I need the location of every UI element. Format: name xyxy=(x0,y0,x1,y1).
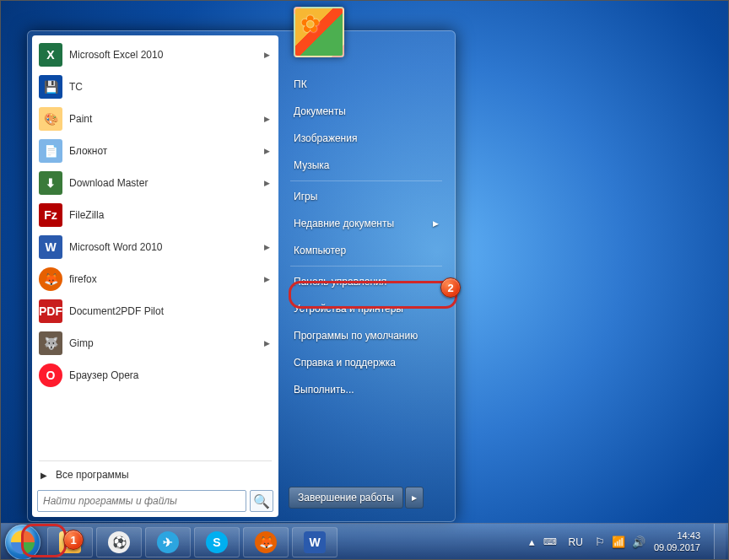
right-item-label: Изображения xyxy=(294,132,357,144)
right-item-label: Компьютер xyxy=(294,245,346,256)
program-item-note[interactable]: 📄Блокнот▶ xyxy=(34,135,277,167)
search-icon: 🔍 xyxy=(253,493,270,509)
arrow-right-icon: ▶ xyxy=(40,471,47,480)
program-label: Браузер Opera xyxy=(69,369,139,381)
program-label: Download Master xyxy=(69,177,148,189)
right-item-7[interactable]: Компьютер xyxy=(285,237,447,264)
divider xyxy=(39,460,272,461)
right-item-label: Справка и поддержка xyxy=(294,357,396,369)
right-item-label: Устройства и принтеры xyxy=(294,303,403,315)
right-item-label: Программы по умолчанию xyxy=(294,330,418,342)
chevron-right-icon: ▶ xyxy=(264,275,270,283)
program-label: Document2PDF Pilot xyxy=(69,305,164,317)
clock-time: 14:43 xyxy=(654,530,700,541)
dm-icon: ⬇ xyxy=(39,171,62,195)
chevron-right-icon: ▶ xyxy=(264,115,270,123)
annotation-badge-1: 1 xyxy=(63,530,84,550)
show-desktop-button[interactable] xyxy=(714,524,726,561)
clock-date: 09.09.2017 xyxy=(654,542,700,553)
tray-expand-icon[interactable]: ▴ xyxy=(529,536,535,548)
program-label: Gimp xyxy=(69,337,94,349)
search-box[interactable] xyxy=(37,490,246,512)
program-label: FileZilla xyxy=(69,209,104,221)
right-item-label: Выполнить... xyxy=(294,384,354,396)
right-item-2[interactable]: Изображения xyxy=(285,125,447,152)
system-tray: ▴ ⌨ RU ⚐ 📶 🔊 14:43 09.09.2017 xyxy=(529,524,729,561)
taskbar-telegram[interactable]: ✈ xyxy=(145,527,191,557)
taskbar-clock[interactable]: 14:43 09.09.2017 xyxy=(654,530,705,552)
right-item-label: Игры xyxy=(294,191,317,202)
taskbar-soccer-app[interactable]: ⚽ xyxy=(96,527,142,557)
right-item-label: Недавние документы xyxy=(294,218,394,229)
shutdown-button[interactable]: Завершение работы xyxy=(289,487,403,509)
program-label: Блокнот xyxy=(69,145,107,157)
gimp-icon: 🐺 xyxy=(39,331,62,355)
all-programs-button[interactable]: ▶ Все программы xyxy=(34,463,277,487)
program-label: Microsoft Excel 2010 xyxy=(69,49,163,61)
program-label: firefox xyxy=(69,273,97,285)
start-menu: XMicrosoft Excel 2010▶💾TC🎨Paint▶📄Блокнот… xyxy=(27,30,456,522)
right-item-label: Музыка xyxy=(294,159,329,171)
opera-icon: O xyxy=(39,363,62,387)
divider xyxy=(290,266,442,267)
search-button[interactable]: 🔍 xyxy=(250,490,273,512)
program-item-ff[interactable]: 🦊firefox▶ xyxy=(34,263,277,295)
start-button[interactable] xyxy=(5,525,40,560)
program-item-paint[interactable]: 🎨Paint▶ xyxy=(34,103,277,135)
right-item-11[interactable]: Программы по умолчанию xyxy=(285,322,447,349)
divider xyxy=(290,180,442,181)
tc-icon: 💾 xyxy=(39,75,62,99)
excel-icon: X xyxy=(39,43,62,67)
volume-icon[interactable]: 🔊 xyxy=(632,536,645,548)
program-label: Paint xyxy=(69,113,92,125)
search-input[interactable] xyxy=(38,495,246,507)
right-item-5[interactable]: Игры xyxy=(285,183,447,210)
program-item-dm[interactable]: ⬇Download Master▶ xyxy=(34,167,277,199)
chevron-right-icon: ▸ xyxy=(412,492,417,503)
all-programs-label: Все программы xyxy=(56,469,129,481)
right-item-label: Документы xyxy=(294,105,346,117)
note-icon: 📄 xyxy=(39,139,62,163)
right-item-1[interactable]: Документы xyxy=(285,98,447,125)
program-label: Microsoft Word 2010 xyxy=(69,241,163,253)
program-item-opera[interactable]: OБраузер Opera xyxy=(34,359,277,391)
right-item-9[interactable]: Панель управления xyxy=(285,268,447,295)
firefox-icon: 🦊 xyxy=(255,531,277,553)
program-item-fz[interactable]: FzFileZilla xyxy=(34,199,277,231)
chevron-right-icon: ▶ xyxy=(264,179,270,187)
pdf-icon: PDF xyxy=(39,299,62,323)
shutdown-options-button[interactable]: ▸ xyxy=(405,487,424,509)
paint-icon: 🎨 xyxy=(39,107,62,131)
right-item-10[interactable]: Устройства и принтеры xyxy=(285,295,447,322)
flag-icon[interactable]: ⚐ xyxy=(595,536,605,548)
taskbar-word[interactable]: W xyxy=(292,527,338,557)
chevron-right-icon: ▶ xyxy=(264,147,270,155)
program-item-pdf[interactable]: PDFDocument2PDF Pilot xyxy=(34,295,277,327)
program-item-tc[interactable]: 💾TC xyxy=(34,71,277,103)
taskbar-firefox[interactable]: 🦊 xyxy=(243,527,289,557)
program-item-word[interactable]: WMicrosoft Word 2010▶ xyxy=(34,231,277,263)
right-item-12[interactable]: Справка и поддержка xyxy=(285,349,447,376)
chevron-right-icon: ▶ xyxy=(433,219,439,228)
language-indicator[interactable]: RU xyxy=(565,535,586,550)
right-item-6[interactable]: Недавние документы▶ xyxy=(285,210,447,237)
shutdown-label: Завершение работы xyxy=(298,492,394,503)
word-icon: W xyxy=(39,235,62,259)
chevron-right-icon: ▶ xyxy=(264,339,270,347)
telegram-icon: ✈ xyxy=(157,531,179,553)
taskbar: ▣⚽✈S🦊W ▴ ⌨ RU ⚐ 📶 🔊 14:43 09.09.2017 xyxy=(0,523,729,560)
shutdown-area: Завершение работы ▸ xyxy=(285,483,447,512)
keyboard-icon[interactable]: ⌨ xyxy=(543,536,557,547)
chevron-right-icon: ▶ xyxy=(264,243,270,251)
start-menu-left-pane: XMicrosoft Excel 2010▶💾TC🎨Paint▶📄Блокнот… xyxy=(32,35,278,517)
taskbar-skype[interactable]: S xyxy=(194,527,240,557)
right-item-3[interactable]: Музыка xyxy=(285,152,447,179)
program-item-gimp[interactable]: 🐺Gimp▶ xyxy=(34,327,277,359)
user-avatar[interactable] xyxy=(294,7,344,57)
word-icon: W xyxy=(304,531,326,553)
program-list: XMicrosoft Excel 2010▶💾TC🎨Paint▶📄Блокнот… xyxy=(34,39,277,459)
right-item-13[interactable]: Выполнить... xyxy=(285,376,447,403)
right-item-0[interactable]: ПК xyxy=(285,71,447,98)
network-icon[interactable]: 📶 xyxy=(612,536,625,548)
program-item-excel[interactable]: XMicrosoft Excel 2010▶ xyxy=(34,39,277,71)
